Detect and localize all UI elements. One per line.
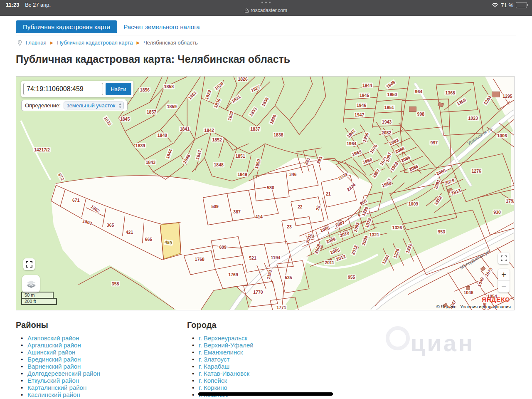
parcel-label[interactable]: 609 <box>218 244 227 250</box>
parcel-label[interactable]: 2083 <box>388 137 400 147</box>
parcel-label[interactable]: 2004 <box>360 234 369 247</box>
parcel-label[interactable]: 22 <box>315 204 321 212</box>
parcel-label[interactable]: 1048 <box>463 290 474 295</box>
region-link[interactable]: г. Еманжелинск <box>199 349 243 356</box>
parcel-label[interactable]: 2002 <box>304 232 313 245</box>
parcel-label[interactable]: 1850 <box>254 158 262 170</box>
parcel-label[interactable]: 2224 <box>345 181 357 193</box>
cadastral-search-input[interactable] <box>23 83 103 95</box>
parcel-label[interactable]: 1294 <box>482 94 493 107</box>
parcel-label[interactable]: 1949 <box>385 79 397 90</box>
parcel-label[interactable]: 1324 <box>380 253 391 266</box>
parcel-label[interactable]: 1193 <box>265 269 273 281</box>
parcel-label[interactable]: 998 <box>416 111 426 116</box>
parcel-label[interactable]: 1833 <box>248 106 259 118</box>
parcel-label[interactable]: 1946 <box>356 102 367 108</box>
parcel-label[interactable]: 1945 <box>359 92 370 98</box>
breadcrumb-home[interactable]: Главная <box>26 40 46 46</box>
parcel-label[interactable]: 21 <box>325 191 332 196</box>
parcel-label[interactable]: 1295 <box>502 93 513 99</box>
definition-select[interactable]: земельный участок <box>64 102 124 109</box>
region-link[interactable]: Долгодеревенский район <box>27 370 100 377</box>
parcel-label[interactable]: 1792 <box>505 198 515 203</box>
parcel-label[interactable]: 2084 <box>394 146 406 155</box>
parcel-label[interactable]: 2080 <box>435 168 447 177</box>
parcel-label[interactable]: 930 <box>493 209 502 215</box>
parcel-label[interactable]: 1973 <box>483 266 494 278</box>
parcel-label[interactable]: 2013 <box>350 243 359 256</box>
zoom-in-button[interactable]: + <box>498 269 510 281</box>
parcel-label[interactable]: 1849 <box>236 172 248 177</box>
parcel-label[interactable]: 665 <box>144 236 153 242</box>
parcel-label[interactable]: 1845 <box>119 116 131 121</box>
parcel-label[interactable]: 1768 <box>194 257 205 262</box>
parcel-label[interactable]: 1846 <box>182 153 192 165</box>
parcel-label[interactable]: 1841 <box>179 126 190 131</box>
region-link[interactable]: Агаповский район <box>27 335 79 342</box>
parcel-label[interactable]: 509 <box>210 203 219 209</box>
parcel-label[interactable]: 1843 <box>145 160 156 165</box>
parcel-label[interactable]: 1009 <box>408 201 419 206</box>
parcel-label[interactable]: 1950 <box>387 92 398 97</box>
tab-public-cadastral-map[interactable]: Публичная кадастровая карта <box>16 20 117 33</box>
home-indicator[interactable] <box>198 392 333 396</box>
parcel-label[interactable]: 1951 <box>384 104 395 110</box>
parcel-label[interactable]: 1276 <box>470 169 482 174</box>
parcel-label[interactable]: 953 <box>437 229 446 234</box>
region-link[interactable]: Каслинский район <box>27 391 80 398</box>
parcel-label[interactable]: 1326 <box>392 225 403 230</box>
region-link[interactable]: г. Коркино <box>199 384 227 391</box>
parcel-label[interactable]: 346 <box>288 172 298 177</box>
parcel-label[interactable]: 2010 <box>338 230 351 238</box>
tab-land-tax-calc[interactable]: Расчет земельного налога <box>123 23 200 30</box>
region-link[interactable]: г. Златоуст <box>199 356 229 363</box>
layers-button[interactable] <box>22 275 40 293</box>
region-link[interactable]: г. Верхнеуральск <box>199 335 247 342</box>
cadastral-map[interactable]: Уральская ул.Молодёжная ул. 183418231845… <box>16 76 515 310</box>
parcel-label[interactable]: 1321 <box>369 232 380 237</box>
parcel-label[interactable]: 1848 <box>213 162 224 168</box>
parcel-label[interactable]: 1368 <box>445 90 456 95</box>
zoom-out-button[interactable]: − <box>498 281 510 292</box>
address-bar[interactable]: roscadaster.com <box>245 7 287 13</box>
parcel-label[interactable]: 997 <box>430 140 439 146</box>
parcel-label[interactable]: 1823 <box>102 115 113 127</box>
parcel-label[interactable]: 2011 <box>324 260 335 265</box>
parcel-label[interactable]: 2079 <box>443 178 456 186</box>
parcel-label[interactable]: 2012 <box>335 254 347 263</box>
parcel-label[interactable]: 1842 <box>204 127 215 133</box>
parcel-label[interactable]: 1770 <box>252 290 264 295</box>
parcel-label[interactable]: 672 <box>57 172 66 182</box>
parcel-label[interactable]: 2008 <box>313 242 322 255</box>
region-link[interactable]: Брединский район <box>27 356 81 363</box>
parcel-label[interactable]: 964 <box>414 89 424 94</box>
parcel-label[interactable]: 358 <box>111 281 120 287</box>
parcel-label[interactable]: 414 <box>254 214 264 219</box>
parcel-label[interactable]: 1847 <box>195 149 203 161</box>
parcel-label[interactable]: 1835 <box>260 96 271 108</box>
parcel-label[interactable]: 1966 <box>361 157 374 166</box>
parcel-label[interactable]: 1838 <box>273 132 284 138</box>
parcel-label[interactable]: 1851 <box>234 154 246 159</box>
parcel-label[interactable]: 1857 <box>146 109 157 114</box>
parcel-label[interactable]: 387 <box>232 209 241 214</box>
parcel-label[interactable]: 1837 <box>249 126 261 131</box>
parcel-label[interactable]: 1828 <box>213 80 225 92</box>
parcel-label[interactable]: 1836 <box>268 113 278 125</box>
parcel-label[interactable]: 1832 <box>227 109 235 122</box>
measure-tool-button[interactable] <box>23 258 35 270</box>
region-link[interactable]: Еткульский район <box>27 377 79 384</box>
parcel-label[interactable]: 2009 <box>325 236 337 245</box>
parcel-label[interactable]: 535 <box>284 275 293 280</box>
parcel-label[interactable]: 1826 <box>237 76 248 82</box>
parcel-label[interactable]: 580 <box>266 185 275 191</box>
parcel-label[interactable]: 955 <box>347 275 356 280</box>
parcel-label[interactable]: 1963 <box>389 160 400 173</box>
parcel-label[interactable]: 1829 <box>204 89 213 101</box>
region-link[interactable]: г. Копейск <box>199 377 227 384</box>
breadcrumb-map[interactable]: Публичная кадастровая карта <box>57 40 133 46</box>
parcel-label[interactable]: 2005 <box>329 247 341 255</box>
parcel-label[interactable]: 2223 <box>337 171 349 182</box>
parcel-label[interactable]: 1322 <box>405 242 414 254</box>
parcel-label[interactable]: 1325 <box>392 247 401 260</box>
